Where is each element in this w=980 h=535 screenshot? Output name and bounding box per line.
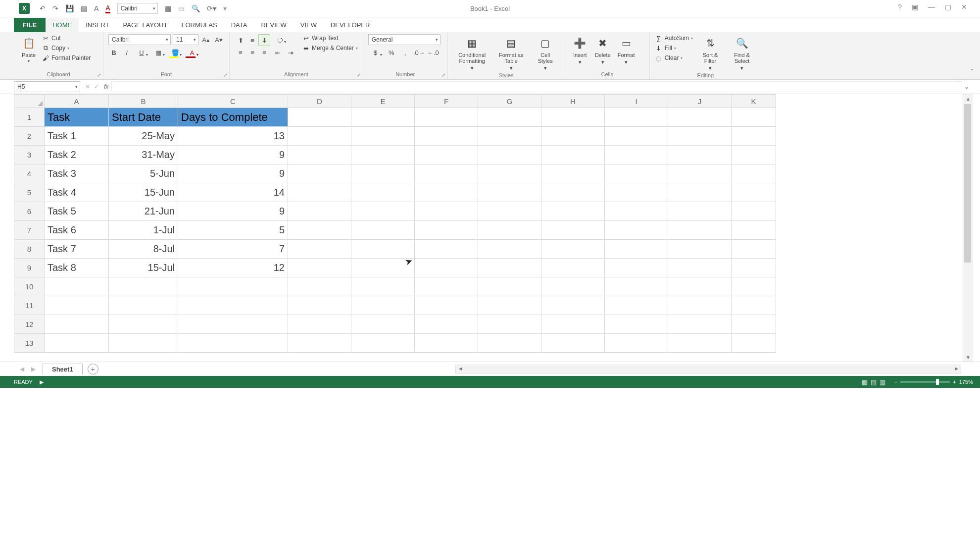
percent-button[interactable]: % xyxy=(386,47,397,58)
cell-I9[interactable] xyxy=(605,259,668,277)
cell-D1[interactable] xyxy=(288,108,351,127)
cell-D10[interactable] xyxy=(288,277,351,296)
cell-K2[interactable] xyxy=(732,127,776,146)
font-size-btn[interactable]: A xyxy=(94,4,98,12)
qat-more-1[interactable]: ▥ xyxy=(165,4,171,12)
cell-C12[interactable] xyxy=(178,315,288,334)
cell-F8[interactable] xyxy=(415,240,478,259)
ribbon-tab-formulas[interactable]: FORMULAS xyxy=(174,18,224,32)
cell-D2[interactable] xyxy=(288,127,351,146)
format-painter-button[interactable]: 🖌Format Painter xyxy=(42,54,91,62)
cell-J7[interactable] xyxy=(668,221,732,240)
view-page-layout-button[interactable]: ▤ xyxy=(871,378,877,386)
row-header-9[interactable]: 9 xyxy=(14,259,45,277)
cell-H8[interactable] xyxy=(541,240,605,259)
cell-F13[interactable] xyxy=(415,334,478,353)
view-normal-button[interactable]: ▦ xyxy=(862,378,868,386)
column-header-A[interactable]: A xyxy=(45,95,109,108)
cell-I3[interactable] xyxy=(605,146,668,164)
align-middle-button[interactable]: ≡ xyxy=(246,34,258,46)
cell-I10[interactable] xyxy=(605,277,668,296)
sheet-tab[interactable]: Sheet1 xyxy=(43,364,83,374)
cell-F12[interactable] xyxy=(415,315,478,334)
cell-J9[interactable] xyxy=(668,259,732,277)
help-button[interactable]: ? xyxy=(898,3,902,11)
cell-B2[interactable]: 25-May xyxy=(109,127,178,146)
cell-F6[interactable] xyxy=(415,202,478,221)
font-size-select[interactable]: 11 xyxy=(173,34,198,45)
copy-button[interactable]: ⧉Copy▾ xyxy=(42,44,91,52)
row-header-6[interactable]: 6 xyxy=(14,202,45,221)
ribbon-tab-insert[interactable]: INSERT xyxy=(79,18,116,32)
cell-C13[interactable] xyxy=(178,334,288,353)
cell-K7[interactable] xyxy=(732,221,776,240)
cell-E8[interactable] xyxy=(351,240,415,259)
paste-button[interactable]: 📋 Paste ▾ xyxy=(19,34,39,64)
cell-E13[interactable] xyxy=(351,334,415,353)
font-launcher[interactable]: ⤢ xyxy=(223,72,227,78)
increase-indent-button[interactable]: ⇥ xyxy=(285,47,296,58)
cell-E3[interactable] xyxy=(351,146,415,164)
cell-B13[interactable] xyxy=(109,334,178,353)
cell-D8[interactable] xyxy=(288,240,351,259)
column-header-G[interactable]: G xyxy=(478,95,541,108)
cell-H6[interactable] xyxy=(541,202,605,221)
column-header-J[interactable]: J xyxy=(668,95,732,108)
merge-center-button[interactable]: ⬌Merge & Center▾ xyxy=(302,44,358,52)
cell-C2[interactable]: 13 xyxy=(178,127,288,146)
cell-K12[interactable] xyxy=(732,315,776,334)
conditional-formatting-button[interactable]: ▦ Conditional Formatting▾ xyxy=(453,34,491,72)
cell-A9[interactable]: Task 8 xyxy=(45,259,109,277)
cell-B9[interactable]: 15-Jul xyxy=(109,259,178,277)
cell-H4[interactable] xyxy=(541,164,605,183)
column-header-K[interactable]: K xyxy=(732,95,776,108)
cell-G10[interactable] xyxy=(478,277,541,296)
zoom-slider[interactable] xyxy=(900,381,950,383)
cell-A10[interactable] xyxy=(45,277,109,296)
cell-I1[interactable] xyxy=(605,108,668,127)
vertical-scrollbar[interactable]: ▲ ▼ xyxy=(963,94,973,362)
cell-C11[interactable] xyxy=(178,296,288,315)
alignment-launcher[interactable]: ⤢ xyxy=(357,72,361,78)
cell-C7[interactable]: 5 xyxy=(178,221,288,240)
row-header-10[interactable]: 10 xyxy=(14,277,45,296)
undo-button[interactable]: ↶ xyxy=(40,4,46,12)
qat-font-select[interactable]: Calibri xyxy=(117,3,158,14)
clear-button[interactable]: ◌Clear▾ xyxy=(655,54,693,62)
cell-C8[interactable]: 7 xyxy=(178,240,288,259)
cell-K4[interactable] xyxy=(732,164,776,183)
cell-E9[interactable] xyxy=(351,259,415,277)
cell-F5[interactable] xyxy=(415,183,478,202)
cell-styles-button[interactable]: ▢ Cell Styles▾ xyxy=(531,34,560,72)
cell-A12[interactable] xyxy=(45,315,109,334)
cell-C3[interactable]: 9 xyxy=(178,146,288,164)
cell-H10[interactable] xyxy=(541,277,605,296)
scroll-down-button[interactable]: ▼ xyxy=(963,353,973,362)
cell-H1[interactable] xyxy=(541,108,605,127)
cell-I4[interactable] xyxy=(605,164,668,183)
align-bottom-button[interactable]: ⬇ xyxy=(258,34,270,46)
ribbon-tab-view[interactable]: VIEW xyxy=(294,18,324,32)
cell-J4[interactable] xyxy=(668,164,732,183)
format-cells-button[interactable]: ▭Format▾ xyxy=(616,34,637,66)
delete-cells-button[interactable]: ✖Delete▾ xyxy=(593,34,613,66)
select-all-corner[interactable] xyxy=(14,95,45,108)
cell-E1[interactable] xyxy=(351,108,415,127)
ribbon-tab-home[interactable]: HOME xyxy=(46,18,79,32)
cell-G7[interactable] xyxy=(478,221,541,240)
format-as-table-button[interactable]: ▤ Format as Table▾ xyxy=(494,34,528,72)
row-header-12[interactable]: 12 xyxy=(14,315,45,334)
cell-A5[interactable]: Task 4 xyxy=(45,183,109,202)
cell-G9[interactable] xyxy=(478,259,541,277)
cell-E2[interactable] xyxy=(351,127,415,146)
cell-G6[interactable] xyxy=(478,202,541,221)
cell-C10[interactable] xyxy=(178,277,288,296)
cell-I13[interactable] xyxy=(605,334,668,353)
cell-B4[interactable]: 5-Jun xyxy=(109,164,178,183)
cell-A7[interactable]: Task 6 xyxy=(45,221,109,240)
name-box[interactable]: H5 xyxy=(14,81,80,92)
formula-input[interactable] xyxy=(111,81,961,92)
zoom-level[interactable]: 175% xyxy=(959,379,973,385)
number-launcher[interactable]: ⤢ xyxy=(441,72,445,78)
row-header-2[interactable]: 2 xyxy=(14,127,45,146)
